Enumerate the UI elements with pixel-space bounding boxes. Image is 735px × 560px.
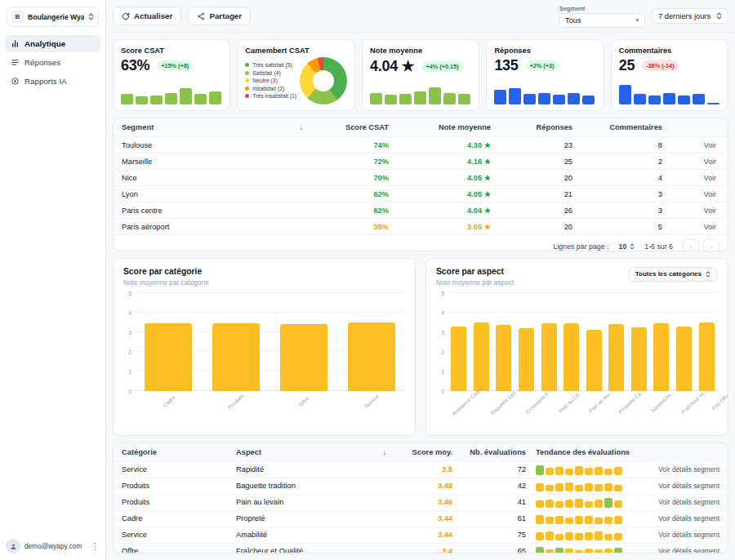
voir-button[interactable]: Voir (701, 221, 719, 233)
segment-filter-label: Segment (559, 5, 645, 12)
chart-subtitle: Note moyenne par aspect (436, 278, 514, 287)
nb-evaluations-value: 75 (452, 531, 526, 539)
score-moy-value: 3.5 (391, 465, 452, 473)
voir-button[interactable]: Voir (701, 189, 719, 200)
aspect-value: Fraîcheur et Qualité (236, 547, 303, 553)
category-filter-select[interactable]: Toutes les catégories (628, 267, 718, 282)
voir-details-button[interactable]: Voir détails segment (658, 498, 719, 506)
kpi-value: 63% (121, 57, 149, 74)
sort-icon[interactable]: ↓ (383, 448, 387, 456)
segment-filter-group: Segment Tous ▾ (559, 5, 645, 28)
trend-sparkline (536, 481, 648, 491)
voir-button[interactable]: Voir (701, 172, 719, 184)
comments-value: 5 (572, 223, 662, 231)
kpi-sparkline (121, 84, 222, 104)
kpi-card-camembert: Camembert CSAT Très satisfait (5)Satisfa… (237, 39, 355, 111)
x-axis-label: Baguette trad... (489, 387, 519, 416)
aspect-value: Propreté (236, 514, 265, 522)
column-aspect: Aspect (236, 448, 261, 456)
voir-details-button[interactable]: Voir détails segment (658, 482, 719, 490)
segment-table-row: Toulouse 74% 4.30 ★ 23 8 Voir (114, 136, 728, 153)
kpi-trend-badge: +4% (+0.15) (421, 61, 462, 72)
aspect-score-chart-card: Score par aspect Note moyenne par aspect… (425, 258, 728, 436)
voir-details-button[interactable]: Voir détails segment (658, 465, 719, 473)
voir-details-button[interactable]: Voir détails segment (658, 547, 719, 553)
chart-bar (451, 327, 466, 391)
chart-bar (145, 323, 192, 391)
sidebar-item-label: Analytique (24, 39, 65, 48)
kpi-title: Commentaires (619, 47, 720, 55)
user-menu-icon[interactable]: ⋮ (89, 541, 101, 552)
chevrons-up-down-icon (706, 270, 710, 278)
next-page-button[interactable]: › (703, 239, 719, 251)
rows-per-page-select[interactable]: 10 (618, 242, 635, 251)
chart-bar (280, 324, 327, 391)
pagination-range: 1-6 sur 6 (644, 242, 673, 251)
sidebar-item-rapports-ia[interactable]: Rapports IA (5, 73, 100, 90)
x-axis-label: Produits (227, 393, 245, 410)
note-moyenne-value: 4.05 ★ (389, 173, 491, 182)
chevrons-up-down-icon (630, 242, 635, 251)
sidebar: B Boulangerie Wyapy AnalytiqueRéponsesRa… (0, 0, 106, 560)
segment-select[interactable]: Tous ▾ (559, 13, 645, 28)
date-range-select[interactable]: 7 derniers jours (652, 8, 728, 24)
score-csat-value: 35% (303, 223, 389, 231)
sidebar-item-analytique[interactable]: Analytique (5, 35, 100, 52)
chart-bar (541, 323, 557, 391)
topbar: Actualiser Partager Segment Tous ▾ 7 der… (106, 0, 735, 33)
category-score-chart-card: Score par catégorie Note moyenne par cat… (113, 258, 416, 436)
legend-item: Insatisfait (2) (245, 86, 296, 91)
aspect-table-body: Service Rapidité 3.5 72 Voir détails seg… (114, 461, 728, 553)
y-axis: 012345 (436, 293, 448, 391)
segment-table-row: Marseille 72% 4.16 ★ 25 2 Voir (114, 153, 728, 169)
kpi-title: Score CSAT (121, 47, 222, 55)
segment-table-row: Lyon 62% 4.05 ★ 21 3 Voir (114, 185, 728, 202)
comments-value: 8 (572, 141, 662, 149)
kpi-title: Réponses (494, 47, 595, 55)
person-icon (10, 543, 17, 550)
chevrons-up-down-icon (716, 11, 722, 20)
segment-table: Segment↓ Score CSAT Note moyenne Réponse… (113, 118, 728, 251)
legend-dot (245, 78, 249, 82)
segment-name: Marseille (122, 158, 152, 166)
trend-sparkline (536, 464, 648, 475)
app-root: B Boulangerie Wyapy AnalytiqueRéponsesRa… (0, 0, 735, 560)
chart-bar (212, 323, 260, 391)
voir-button[interactable]: Voir (701, 156, 719, 167)
legend-item: Très insatisfait (1) (245, 93, 296, 99)
sidebar-item-reponses[interactable]: Réponses (5, 54, 100, 71)
score-moy-value: 3.44 (391, 531, 452, 539)
kpi-sparkline (494, 84, 595, 104)
kpi-card-r-ponses: Réponses 135+2% (+3) (486, 39, 604, 111)
voir-button[interactable]: Voir (701, 140, 719, 151)
charts-row: Score par catégorie Note moyenne par cat… (113, 258, 728, 436)
segment-select-value: Tous (565, 16, 581, 24)
x-axis-label: Prix Offre (711, 391, 728, 410)
aspect-value: Pain au levain (236, 498, 283, 506)
voir-button[interactable]: Voir (701, 205, 719, 216)
note-moyenne-value: 4.05 ★ (389, 189, 491, 198)
chart-bar (631, 327, 647, 391)
refresh-button[interactable]: Actualiser (113, 7, 181, 25)
chevrons-up-down-icon (88, 12, 94, 21)
column-tendance: Tendance des évaluations (526, 448, 648, 456)
voir-details-button[interactable]: Voir détails segment (658, 531, 719, 539)
category-value: Service (122, 465, 236, 473)
x-axis-label: Offre (297, 395, 310, 407)
nb-evaluations-value: 61 (452, 514, 526, 522)
note-moyenne-value: 4.16 ★ (389, 157, 491, 166)
chart-bar (653, 323, 669, 391)
column-reponses: Réponses (491, 123, 572, 131)
refresh-label: Actualiser (134, 11, 172, 20)
x-axis-label: Cadre (162, 394, 176, 408)
note-moyenne-value: 3.55 ★ (389, 222, 491, 231)
prev-page-button[interactable]: ‹ (683, 239, 699, 251)
share-button[interactable]: Partager (188, 7, 251, 25)
segment-name: Toulouse (122, 141, 152, 149)
aspect-value: Rapidité (236, 465, 264, 473)
score-moy-value: 3.46 (391, 498, 452, 506)
chart-bar (348, 322, 395, 390)
workspace-selector[interactable]: B Boulangerie Wyapy (7, 7, 99, 27)
voir-details-button[interactable]: Voir détails segment (658, 514, 719, 522)
sidebar-item-label: Rapports IA (24, 77, 67, 86)
